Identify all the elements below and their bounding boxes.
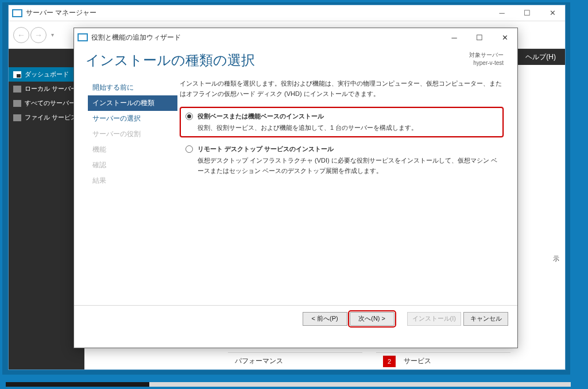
partial-text: 示 (553, 255, 559, 263)
performance-label: パフォーマンス (235, 356, 283, 366)
close-button[interactable] (540, 5, 565, 21)
wizard-titlebar[interactable]: 役割と機能の追加ウィザード (74, 28, 517, 47)
server-manager-titlebar[interactable]: サーバー マネージャー (9, 5, 565, 21)
wizard-close-button[interactable] (492, 29, 517, 46)
next-button[interactable]: 次へ(N) > (350, 312, 394, 326)
server-manager-icon (12, 9, 22, 17)
file-services-icon (13, 114, 21, 121)
wizard-content: インストールの種類を選択します。役割および機能は、実行中の物理コンピューター、仮… (177, 76, 517, 305)
radio-remote-desktop[interactable] (185, 145, 193, 153)
services-tile[interactable]: 2 サービス (376, 352, 510, 369)
option-title: リモート デスクトップ サービスのインストール (198, 144, 498, 155)
step-installation-type[interactable]: インストールの種類 (88, 95, 177, 111)
maximize-button[interactable] (514, 5, 540, 21)
back-button[interactable]: ← (13, 27, 29, 43)
option-remote-desktop[interactable]: リモート デスクトップ サービスのインストール 仮想デスクトップ インフラストラ… (180, 140, 504, 180)
target-label: 対象サーバー (469, 51, 504, 59)
cancel-button[interactable]: キャンセル (463, 312, 508, 326)
wizard-steps: 開始する前に インストールの種類 サーバーの選択 サーバーの役割 機能 確認 結… (74, 76, 177, 305)
step-features: 機能 (90, 142, 177, 157)
sidebar-label: ファイル サービス (25, 113, 77, 122)
taskbar[interactable] (6, 382, 571, 387)
server-manager-title: サーバー マネージャー (26, 8, 489, 18)
dashboard-icon (13, 71, 21, 78)
wizard-title: 役割と機能の追加ウィザード (91, 33, 442, 43)
help-menu[interactable]: ヘルプ(H) (525, 52, 556, 62)
services-badge: 2 (383, 356, 396, 367)
step-server-selection[interactable]: サーバーの選択 (90, 111, 177, 126)
nav-chevron-icon[interactable]: ▾ (51, 32, 54, 38)
radio-role-based[interactable] (185, 113, 193, 120)
servers-icon (13, 100, 21, 107)
wizard-heading: インストールの種類の選択 (86, 51, 469, 70)
option-desc: 仮想デスクトップ インフラストラクチャ (VDI) に必要な役割サービスをインス… (198, 157, 497, 174)
forward-button[interactable]: → (30, 27, 47, 43)
sidebar-label: ダッシュボード (25, 70, 69, 79)
step-confirmation: 確認 (90, 157, 177, 173)
step-server-roles: サーバーの役割 (90, 126, 177, 142)
services-label: サービス (404, 356, 431, 366)
sidebar-label: すべてのサーバー (25, 99, 75, 107)
performance-tile[interactable]: パフォーマンス (228, 352, 362, 369)
option-role-based[interactable]: 役割ベースまたは機能ベースのインストール 役割、役割サービス、および機能を追加し… (180, 107, 504, 137)
install-button: インストール(I) (407, 312, 461, 326)
option-title: 役割ベースまたは機能ベースのインストール (198, 111, 417, 122)
step-before-you-begin[interactable]: 開始する前に (90, 80, 177, 95)
sidebar-label: ローカル サーバー (25, 84, 77, 93)
wizard-minimize-button[interactable] (442, 29, 467, 46)
wizard-intro-text: インストールの種類を選択します。役割および機能は、実行中の物理コンピューター、仮… (180, 79, 504, 99)
server-icon (13, 86, 21, 93)
wizard-maximize-button[interactable] (467, 29, 492, 46)
wizard-target: 対象サーバー hyper-v-test (469, 51, 504, 70)
option-desc: 役割、役割サービス、および機能を追加して、1 台のサーバーを構成します。 (198, 124, 417, 131)
step-results: 結果 (90, 173, 177, 188)
add-roles-wizard: 役割と機能の追加ウィザード インストールの種類の選択 対象サーバー hyper-… (74, 28, 518, 348)
minimize-button[interactable] (489, 5, 514, 21)
previous-button[interactable]: < 前へ(P) (303, 312, 347, 326)
target-server: hyper-v-test (469, 59, 504, 67)
wizard-icon (78, 33, 88, 41)
wizard-footer: < 前へ(P) 次へ(N) > インストール(I) キャンセル (74, 305, 517, 332)
